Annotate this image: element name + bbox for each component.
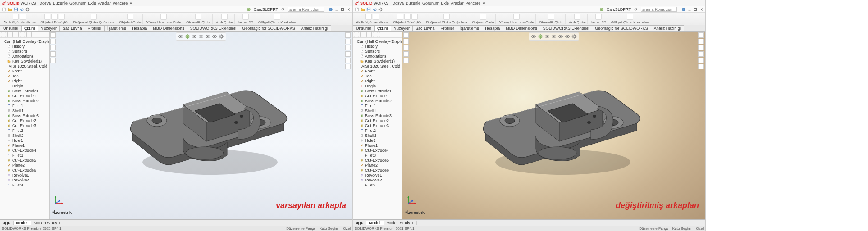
rotate-icon[interactable] (50, 51, 56, 57)
maximize-icon[interactable] (340, 7, 345, 12)
bottom-tab-model[interactable]: Model (14, 221, 31, 225)
zoom-icon[interactable] (403, 39, 409, 44)
pan-icon[interactable] (403, 45, 409, 50)
fm-tab-tree-icon[interactable] (1, 32, 6, 37)
undo-icon[interactable] (372, 7, 377, 12)
search-icon[interactable] (634, 7, 638, 12)
fm-tab-dim-icon[interactable] (20, 32, 25, 37)
surface-offset-icon[interactable] (513, 14, 520, 20)
menu-tools[interactable]: Araçlar (98, 1, 111, 5)
taskpane-appearances-icon[interactable] (345, 58, 351, 63)
hide-show-icon[interactable] (198, 34, 204, 39)
tab-addins[interactable]: SOLIDWORKS Eklentileri (540, 25, 593, 31)
menu-insert[interactable]: Ekle (441, 1, 449, 5)
tab-mbd-dimensions[interactable]: MBD Dimensions (503, 25, 540, 31)
tab-sheet-metal[interactable]: Sac Levha (59, 25, 85, 31)
pattern-icon[interactable] (91, 14, 97, 20)
taskpane-appearances-icon[interactable] (698, 58, 704, 63)
fm-tab-display-icon[interactable] (26, 32, 32, 37)
bottom-tab-motion[interactable]: Motion Study 1 (31, 221, 64, 225)
tab-analysis-prep[interactable]: Analiz Hazırlığı (651, 25, 685, 31)
instant2d-icon[interactable] (242, 14, 249, 20)
surface-offset-icon[interactable] (160, 14, 167, 20)
feature-tree[interactable]: Can (Half Overlay<Display State- History… (353, 38, 402, 219)
menu-view[interactable]: Görünüm (422, 1, 439, 5)
tab-sketch[interactable]: Çizim (374, 25, 391, 31)
view-orientation-icon[interactable] (538, 34, 543, 39)
minimize-icon[interactable] (334, 7, 339, 12)
btab-arrow[interactable]: ◀ ▶ (0, 221, 14, 225)
tab-geomagic[interactable]: Geomagic for SOLIDWORKS (239, 25, 298, 31)
section-icon[interactable] (403, 58, 409, 63)
tab-surfaces[interactable]: Yüzeyler (38, 25, 60, 31)
taskpane-custom-props-icon[interactable] (698, 64, 704, 69)
tree-root[interactable]: Can (Half Overlay<Display State- (1, 39, 48, 44)
search-icon[interactable] (281, 7, 285, 12)
auto-sketch-icon[interactable] (195, 14, 201, 20)
hide-show-icon[interactable] (551, 34, 557, 39)
bottom-tab-motion[interactable]: Motion Study 1 (384, 221, 417, 225)
tab-evaluate[interactable]: Hesapla (129, 25, 150, 31)
tab-analysis-prep[interactable]: Analiz Hazırlığı (298, 25, 332, 31)
display-style-icon[interactable] (544, 34, 550, 39)
zoom-icon[interactable] (50, 39, 56, 44)
menu-insert[interactable]: Ekle (88, 1, 96, 5)
menu-edit[interactable]: Düzenle (53, 1, 68, 5)
smart-dim-icon[interactable] (373, 14, 379, 20)
sketch-icon[interactable] (13, 14, 19, 20)
undo-icon[interactable] (19, 7, 24, 12)
options-icon[interactable] (378, 7, 383, 12)
search-input[interactable] (641, 7, 677, 12)
menu-view[interactable]: Görünüm (69, 1, 87, 5)
tab-evaluate[interactable]: Hesapla (482, 25, 503, 31)
rapid-sketch-icon[interactable] (574, 14, 580, 20)
section-icon[interactable] (50, 58, 56, 63)
select-icon[interactable] (403, 32, 409, 38)
menu-more-icon[interactable]: ✶ (482, 1, 486, 5)
fm-tab-tree-icon[interactable] (354, 32, 359, 37)
taskpane-view-palette-icon[interactable] (345, 51, 351, 57)
tab-features[interactable]: Unsurlar (353, 25, 375, 31)
help-icon[interactable] (681, 7, 686, 12)
move-icon[interactable] (127, 14, 133, 20)
btab-arrow[interactable]: ◀ ▶ (353, 221, 366, 225)
taskpane-explorer-icon[interactable] (345, 45, 351, 50)
tab-sheet-metal[interactable]: Sac Levha (412, 25, 438, 31)
menu-file[interactable]: Dosya (393, 1, 404, 5)
auto-sketch-icon[interactable] (548, 14, 554, 20)
menu-more-icon[interactable]: ✶ (129, 1, 133, 5)
fm-tab-dim-icon[interactable] (373, 32, 378, 37)
shaded-contour-icon[interactable] (627, 14, 633, 20)
menu-edit[interactable]: Düzenle (406, 1, 420, 5)
taskpane-resources-icon[interactable] (345, 32, 351, 38)
view-front-icon[interactable] (178, 34, 183, 39)
graphics-viewport[interactable]: *İzometrik varsayılan arkapla (50, 32, 352, 219)
tab-markup[interactable]: İşaretleme (104, 25, 129, 31)
minimize-icon[interactable] (687, 7, 692, 12)
pattern-icon[interactable] (443, 14, 450, 20)
close-icon[interactable] (346, 7, 351, 12)
trim-icon[interactable] (44, 14, 50, 20)
taskpane-view-palette-icon[interactable] (698, 51, 704, 57)
fm-tab-display-icon[interactable] (379, 32, 384, 37)
tab-sketch[interactable]: Çizim (21, 25, 38, 31)
smart-dim-icon[interactable] (20, 14, 26, 20)
view-settings-icon[interactable] (571, 34, 577, 39)
menu-file[interactable]: Dosya (40, 1, 51, 5)
feature-tree[interactable]: Can (Half Overlay<Display State- History… (0, 38, 49, 219)
new-icon[interactable] (2, 7, 6, 12)
save-icon[interactable] (366, 7, 371, 12)
fm-tab-property-icon[interactable] (7, 32, 13, 37)
tab-weldments[interactable]: Profiller (438, 25, 458, 31)
rotate-icon[interactable] (403, 51, 409, 57)
maximize-icon[interactable] (693, 7, 698, 12)
taskpane-library-icon[interactable] (345, 39, 351, 44)
taskpane-resources-icon[interactable] (698, 32, 704, 38)
offset-icon[interactable] (411, 14, 418, 20)
orientation-triad[interactable] (406, 194, 418, 206)
menu-tools[interactable]: Araçlar (451, 1, 464, 5)
graphics-viewport[interactable]: *İzometrik değiştirilmiş arkaplan (402, 32, 705, 219)
help-icon[interactable] (329, 7, 333, 12)
tree-root[interactable]: Can (Half Overlay<Display State- (354, 39, 401, 44)
open-icon[interactable] (8, 7, 12, 12)
